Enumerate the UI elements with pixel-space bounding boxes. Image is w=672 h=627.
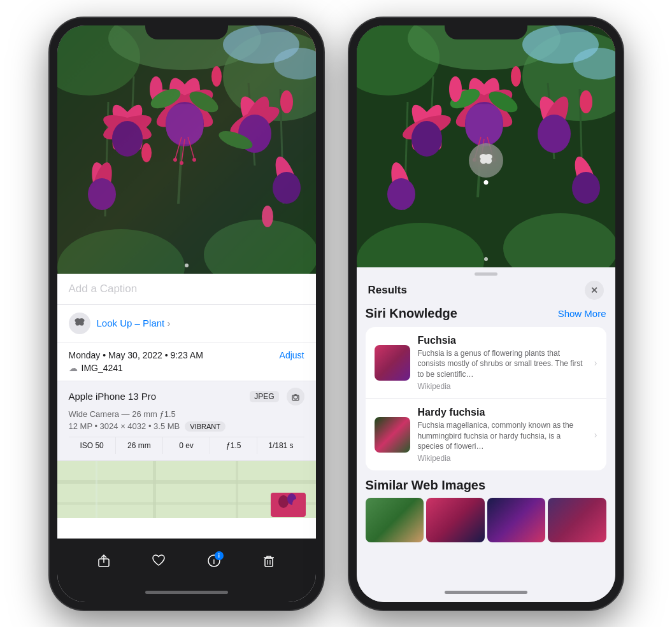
lookup-label: Look Up – Plant › bbox=[97, 318, 171, 328]
vibrant-badge: VIBRANT bbox=[185, 421, 225, 432]
right-photo-display bbox=[357, 25, 615, 267]
similar-images-title: Similar Web Images bbox=[366, 478, 606, 493]
bottom-toolbar: i i bbox=[57, 539, 316, 583]
visual-lookup-row[interactable]: Look Up – Plant › bbox=[57, 305, 316, 342]
svg-rect-53 bbox=[236, 461, 238, 518]
svg-point-103 bbox=[572, 172, 600, 204]
svg-point-23 bbox=[173, 158, 177, 162]
metadata-section: Monday • May 30, 2022 • 9:23 AM Adjust ☁… bbox=[57, 342, 316, 381]
svg-text:i: i bbox=[213, 558, 215, 565]
lookup-icon bbox=[69, 313, 90, 334]
svg-point-59 bbox=[292, 499, 300, 509]
svg-point-36 bbox=[280, 90, 293, 113]
left-phone: Add a Caption Look Up – Plant › Monday •… bbox=[50, 18, 324, 610]
visual-lookup-button[interactable] bbox=[469, 143, 503, 178]
hardy-fuchsia-source: Wikipedia bbox=[418, 454, 587, 463]
svg-point-46 bbox=[141, 143, 152, 162]
fuchsia-title: Fuchsia bbox=[418, 335, 587, 346]
photo-page-indicator bbox=[185, 264, 189, 267]
similar-image-2[interactable] bbox=[426, 498, 485, 542]
exif-aperture: ƒ1.5 bbox=[210, 437, 257, 454]
date-text: Monday • May 30, 2022 • 9:23 AM bbox=[69, 350, 203, 360]
photo-info-area: Add a Caption Look Up – Plant › Monday •… bbox=[57, 274, 316, 539]
fuchsia-text: Fuchsia Fuchsia is a genus of flowering … bbox=[418, 335, 587, 391]
similar-image-3[interactable] bbox=[487, 498, 546, 542]
filename: IMG_4241 bbox=[82, 363, 123, 373]
hardy-fuchsia-title: Hardy fuchsia bbox=[418, 407, 587, 418]
fuchsia-thumbnail bbox=[375, 345, 410, 381]
lens-info: Wide Camera — 26 mm ƒ1.5 bbox=[69, 409, 304, 419]
exif-focal: 26 mm bbox=[116, 437, 163, 454]
svg-point-99 bbox=[538, 115, 571, 153]
photo-display bbox=[57, 25, 316, 274]
exif-ev: 0 ev bbox=[163, 437, 210, 454]
results-content: Siri Knowledge Show More Fuchsia Fuchsia… bbox=[357, 306, 615, 583]
svg-point-48 bbox=[294, 395, 297, 399]
siri-knowledge-header: Siri Knowledge Show More bbox=[366, 306, 606, 321]
hardy-fuchsia-thumbnail bbox=[375, 417, 410, 453]
knowledge-card: Fuchsia Fuchsia is a genus of flowering … bbox=[366, 327, 606, 471]
exif-shutter: 1/181 s bbox=[257, 437, 304, 454]
jpeg-badge: JPEG bbox=[250, 391, 278, 402]
hardy-fuchsia-desc: Fuchsia magellanica, commonly known as t… bbox=[418, 420, 587, 452]
results-panel: Results ✕ Siri Knowledge Show More Fuchs… bbox=[357, 267, 615, 583]
svg-point-106 bbox=[511, 66, 521, 87]
similar-image-1[interactable] bbox=[366, 498, 424, 542]
exif-iso: ISO 50 bbox=[69, 437, 116, 454]
svg-point-107 bbox=[449, 76, 462, 102]
similar-images-grid bbox=[366, 498, 606, 542]
visual-lookup-dot bbox=[483, 180, 488, 185]
home-indicator-right bbox=[357, 583, 615, 602]
cloud-icon: ☁ bbox=[69, 363, 78, 373]
share-button[interactable] bbox=[91, 548, 117, 574]
svg-point-108 bbox=[580, 90, 592, 113]
close-button[interactable]: ✕ bbox=[585, 281, 604, 300]
adjust-button[interactable]: Adjust bbox=[280, 350, 304, 360]
heart-button[interactable] bbox=[146, 548, 171, 574]
knowledge-item-hardy[interactable]: Hardy fuchsia Fuchsia magellanica, commo… bbox=[366, 399, 606, 470]
svg-point-41 bbox=[273, 172, 301, 204]
results-title: Results bbox=[368, 284, 407, 297]
svg-rect-55 bbox=[96, 461, 97, 518]
svg-rect-64 bbox=[265, 558, 273, 567]
results-header: Results ✕ bbox=[357, 278, 615, 306]
svg-point-96 bbox=[411, 121, 442, 157]
fuchsia-desc: Fuchsia is a genus of flowering plants t… bbox=[418, 348, 587, 380]
svg-point-45 bbox=[211, 66, 222, 87]
svg-point-24 bbox=[180, 161, 183, 165]
trash-button[interactable] bbox=[256, 548, 282, 574]
photo-page-indicator-right bbox=[484, 257, 488, 261]
camera-section: Apple iPhone 13 Pro JPEG Wide Camera — 2… bbox=[57, 381, 316, 461]
svg-point-47 bbox=[262, 206, 273, 227]
knowledge-item-fuchsia[interactable]: Fuchsia Fuchsia is a genus of flowering … bbox=[366, 327, 606, 399]
similar-web-images-section: Similar Web Images bbox=[366, 478, 606, 542]
svg-rect-52 bbox=[153, 461, 156, 518]
map-preview[interactable] bbox=[57, 461, 316, 518]
camera-model: Apple iPhone 13 Pro bbox=[69, 391, 157, 402]
show-more-button[interactable]: Show More bbox=[558, 308, 606, 319]
drag-handle[interactable] bbox=[357, 267, 615, 278]
info-badge: i bbox=[215, 551, 224, 560]
svg-point-39 bbox=[88, 178, 116, 210]
similar-image-4[interactable] bbox=[548, 498, 606, 542]
caption-field[interactable]: Add a Caption bbox=[57, 274, 316, 305]
camera-icon bbox=[287, 388, 304, 405]
right-phone: Results ✕ Siri Knowledge Show More Fuchs… bbox=[349, 18, 623, 610]
home-indicator bbox=[57, 583, 316, 602]
chevron-icon-2: › bbox=[594, 430, 597, 440]
info-button[interactable]: i i bbox=[201, 548, 227, 574]
caption-placeholder: Add a Caption bbox=[69, 283, 138, 295]
fuchsia-source: Wikipedia bbox=[418, 382, 587, 391]
svg-point-57 bbox=[278, 495, 289, 508]
hardy-fuchsia-text: Hardy fuchsia Fuchsia magellanica, commo… bbox=[418, 407, 587, 463]
svg-point-30 bbox=[112, 121, 143, 157]
chevron-icon-1: › bbox=[594, 358, 597, 368]
siri-knowledge-title: Siri Knowledge bbox=[366, 306, 457, 321]
svg-point-25 bbox=[192, 158, 196, 162]
svg-point-101 bbox=[387, 178, 415, 210]
specs-text: 12 MP • 3024 × 4032 • 3.5 MB bbox=[69, 421, 180, 431]
